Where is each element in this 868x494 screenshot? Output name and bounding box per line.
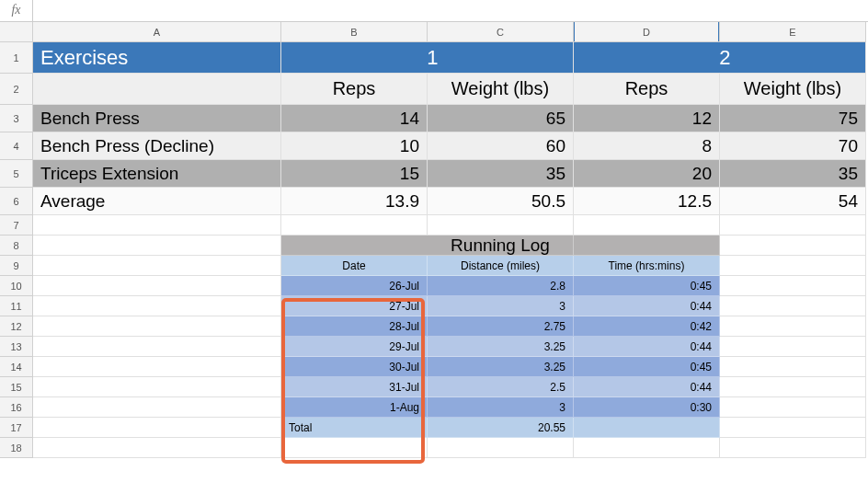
cell[interactable] (33, 276, 281, 296)
cell[interactable] (281, 236, 428, 256)
cell-value[interactable]: 10 (281, 132, 428, 160)
log-dist[interactable]: 2.5 (428, 377, 574, 397)
row-header[interactable]: 6 (0, 188, 33, 215)
log-date-header[interactable]: Date (281, 256, 428, 276)
log-dist[interactable]: 3 (428, 296, 574, 316)
row-header[interactable]: 8 (0, 236, 33, 256)
log-dist[interactable]: 2.8 (428, 276, 574, 296)
row-header[interactable]: 14 (0, 357, 33, 377)
cell[interactable] (33, 418, 281, 438)
log-time[interactable]: 0:42 (574, 316, 720, 337)
exercise-name[interactable]: Triceps Extension (33, 160, 281, 188)
col-header-a[interactable]: A (33, 22, 281, 42)
log-date[interactable]: 29-Jul (281, 337, 428, 357)
log-dist[interactable]: 3 (428, 397, 574, 418)
cell[interactable] (33, 296, 281, 316)
cell-value[interactable]: 35 (428, 160, 574, 188)
running-log-title[interactable]: Running Log (428, 236, 574, 256)
log-date[interactable]: 30-Jul (281, 357, 428, 377)
cell[interactable] (720, 256, 866, 276)
cell[interactable] (720, 418, 866, 438)
cell[interactable] (720, 397, 866, 418)
log-time-header[interactable]: Time (hrs:mins) (574, 256, 720, 276)
cell[interactable] (720, 296, 866, 316)
row-header[interactable]: 16 (0, 397, 33, 418)
log-time[interactable]: 0:30 (574, 397, 720, 418)
cell[interactable] (720, 316, 866, 337)
reps-header-1[interactable]: Reps (281, 74, 428, 105)
cell-value[interactable]: 70 (720, 132, 866, 160)
cell[interactable] (574, 438, 720, 458)
log-time[interactable]: 0:45 (574, 357, 720, 377)
cell[interactable] (720, 438, 866, 458)
cell-value[interactable]: 75 (720, 105, 866, 132)
cell-value[interactable]: 60 (428, 132, 574, 160)
log-date[interactable]: 27-Jul (281, 296, 428, 316)
log-date[interactable]: 26-Jul (281, 276, 428, 296)
cell[interactable] (33, 256, 281, 276)
log-dist[interactable]: 3.25 (428, 337, 574, 357)
cell[interactable] (720, 276, 866, 296)
cell[interactable] (33, 397, 281, 418)
col-header-b[interactable]: B (281, 22, 428, 42)
cell[interactable] (720, 215, 866, 236)
cell[interactable] (574, 418, 720, 438)
cell-value[interactable]: 12.5 (574, 188, 720, 215)
cell-value[interactable]: 20 (574, 160, 720, 188)
average-label[interactable]: Average (33, 188, 281, 215)
cell-value[interactable]: 65 (428, 105, 574, 132)
log-total-label[interactable]: Total (281, 418, 428, 438)
cell-value[interactable]: 15 (281, 160, 428, 188)
cell[interactable] (574, 215, 720, 236)
cell[interactable] (33, 316, 281, 337)
col-header-e[interactable]: E (720, 22, 866, 42)
log-dist-header[interactable]: Distance (miles) (428, 256, 574, 276)
spreadsheet-grid[interactable]: A B C D E 1 Exercises Set 1 Set 2 2 Reps… (0, 22, 868, 458)
set1-header[interactable] (281, 42, 428, 74)
exercise-name[interactable]: Bench Press (Decline) (33, 132, 281, 160)
cell-value[interactable]: 13.9 (281, 188, 428, 215)
log-time[interactable]: 0:44 (574, 296, 720, 316)
weight-header-1[interactable]: Weight (lbs) (428, 74, 574, 105)
cell[interactable] (281, 438, 428, 458)
cell[interactable] (33, 236, 281, 256)
row-header[interactable]: 9 (0, 256, 33, 276)
set2-header[interactable] (574, 42, 720, 74)
log-dist[interactable]: 2.75 (428, 316, 574, 337)
row-header[interactable]: 17 (0, 418, 33, 438)
row-header[interactable]: 18 (0, 438, 33, 458)
log-total-dist[interactable]: 20.55 (428, 418, 574, 438)
reps-header-2[interactable]: Reps (574, 74, 720, 105)
cell[interactable] (33, 74, 281, 105)
cell[interactable] (33, 215, 281, 236)
row-header[interactable]: 10 (0, 276, 33, 296)
corner-header[interactable] (0, 22, 33, 42)
cell[interactable] (720, 236, 866, 256)
row-header[interactable]: 13 (0, 337, 33, 357)
row-header[interactable]: 7 (0, 215, 33, 236)
cell[interactable] (33, 357, 281, 377)
cell[interactable] (33, 337, 281, 357)
cell-value[interactable]: 8 (574, 132, 720, 160)
row-header[interactable]: 11 (0, 296, 33, 316)
weight-header-2[interactable]: Weight (lbs) (720, 74, 866, 105)
cell[interactable] (720, 357, 866, 377)
cell[interactable] (428, 215, 574, 236)
row-header[interactable]: 15 (0, 377, 33, 397)
log-time[interactable]: 0:44 (574, 377, 720, 397)
row-header[interactable]: 3 (0, 105, 33, 132)
set2-header-span[interactable]: Set 2 (720, 42, 866, 74)
log-date[interactable]: 28-Jul (281, 316, 428, 337)
cell-value[interactable]: 35 (720, 160, 866, 188)
cell[interactable] (281, 215, 428, 236)
formula-input[interactable] (33, 0, 868, 21)
row-header[interactable]: 4 (0, 132, 33, 160)
cell-value[interactable]: 12 (574, 105, 720, 132)
row-header[interactable]: 12 (0, 316, 33, 337)
set1-header-span[interactable]: Set 1 (428, 42, 574, 74)
cell[interactable] (33, 377, 281, 397)
cell-value[interactable]: 50.5 (428, 188, 574, 215)
log-time[interactable]: 0:45 (574, 276, 720, 296)
cell[interactable] (720, 377, 866, 397)
row-header[interactable]: 1 (0, 42, 33, 74)
